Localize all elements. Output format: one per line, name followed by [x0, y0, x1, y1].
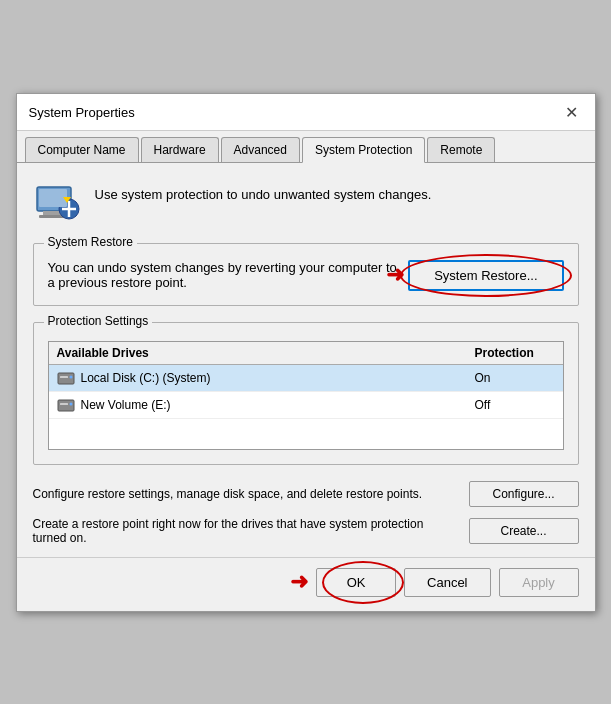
svg-rect-4 [39, 189, 67, 207]
drive-protection-c: On [475, 371, 555, 385]
drive-icon-e [57, 396, 75, 414]
svg-point-8 [69, 375, 72, 378]
tab-system-protection[interactable]: System Protection [302, 137, 425, 163]
tab-remote[interactable]: Remote [427, 137, 495, 162]
svg-rect-9 [58, 400, 74, 411]
bottom-actions: Configure restore settings, manage disk … [33, 481, 579, 545]
apply-button[interactable]: Apply [499, 568, 579, 597]
tab-advanced[interactable]: Advanced [221, 137, 300, 162]
drives-table: Available Drives Protection Local Disk (… [48, 341, 564, 450]
tab-computer-name[interactable]: Computer Name [25, 137, 139, 162]
dialog-footer: ➜ OK Cancel Apply [17, 557, 595, 611]
title-bar: System Properties ✕ [17, 94, 595, 131]
system-restore-button[interactable]: System Restore... [408, 260, 563, 291]
create-description: Create a restore point right now for the… [33, 517, 459, 545]
table-spacer [49, 419, 563, 449]
info-row: Use system protection to undo unwanted s… [33, 179, 579, 227]
system-restore-section: System Restore You can undo system chang… [33, 243, 579, 306]
svg-rect-7 [60, 376, 68, 378]
system-protection-icon [33, 179, 81, 227]
content-area: Use system protection to undo unwanted s… [17, 163, 595, 557]
drive-name-c: Local Disk (C:) (System) [81, 371, 475, 385]
create-button[interactable]: Create... [469, 518, 579, 544]
tabs-bar: Computer Name Hardware Advanced System P… [17, 131, 595, 163]
configure-description: Configure restore settings, manage disk … [33, 487, 459, 501]
restore-row: You can undo system changes by reverting… [48, 260, 564, 291]
svg-rect-6 [58, 373, 74, 384]
restore-arrow-icon: ➜ [386, 262, 404, 288]
protection-settings-label: Protection Settings [44, 314, 153, 328]
system-restore-label: System Restore [44, 235, 137, 249]
drive-icon-c [57, 369, 75, 387]
col-header-drives: Available Drives [57, 346, 475, 360]
drive-protection-e: Off [475, 398, 555, 412]
col-header-protection: Protection [475, 346, 555, 360]
cancel-button[interactable]: Cancel [404, 568, 490, 597]
svg-point-11 [69, 402, 72, 405]
system-properties-dialog: System Properties ✕ Computer Name Hardwa… [16, 93, 596, 612]
configure-button[interactable]: Configure... [469, 481, 579, 507]
table-row[interactable]: Local Disk (C:) (System) On [49, 365, 563, 392]
ok-arrow-icon: ➜ [290, 569, 308, 595]
close-button[interactable]: ✕ [561, 102, 583, 124]
table-header: Available Drives Protection [49, 342, 563, 365]
info-description: Use system protection to undo unwanted s… [95, 187, 432, 202]
tab-hardware[interactable]: Hardware [141, 137, 219, 162]
ok-button-wrap: ➜ OK [290, 568, 396, 597]
configure-row: Configure restore settings, manage disk … [33, 481, 579, 507]
ok-button[interactable]: OK [316, 568, 396, 597]
drive-name-e: New Volume (E:) [81, 398, 475, 412]
create-row: Create a restore point right now for the… [33, 517, 579, 545]
table-row[interactable]: New Volume (E:) Off [49, 392, 563, 419]
restore-button-wrap: ➜ System Restore... [408, 260, 563, 291]
protection-settings-section: Protection Settings Available Drives Pro… [33, 322, 579, 465]
dialog-title: System Properties [29, 105, 135, 120]
svg-rect-10 [60, 403, 68, 405]
restore-description: You can undo system changes by reverting… [48, 260, 399, 290]
